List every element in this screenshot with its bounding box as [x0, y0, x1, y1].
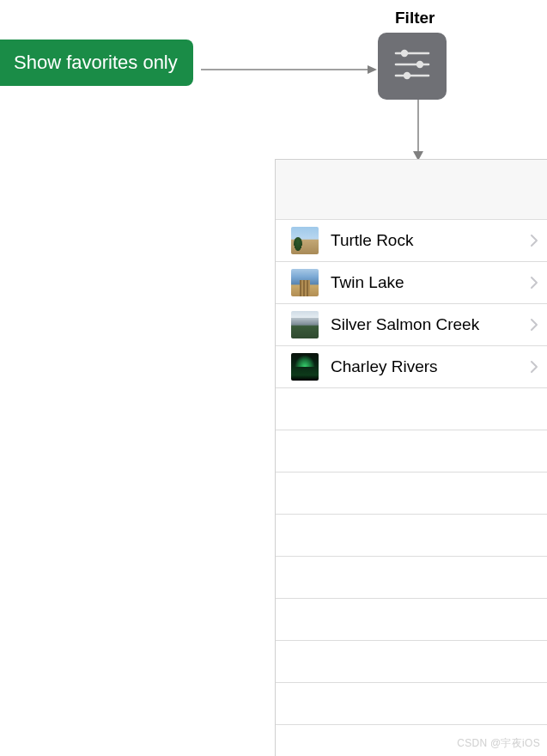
chevron-right-icon: [530, 276, 538, 290]
list-item-empty: [276, 683, 547, 725]
sliders-icon: [392, 45, 432, 88]
chevron-right-icon: [530, 360, 538, 374]
arrow-callout-to-filter: [201, 64, 378, 66]
thumbnail: [291, 353, 319, 381]
list-item-empty: [276, 430, 547, 472]
svg-point-7: [404, 72, 410, 79]
list-item-empty: [276, 388, 547, 430]
callout-show-favorites: Show favorites only: [0, 40, 193, 86]
list-item-empty: [276, 641, 547, 683]
list-item-empty: [276, 599, 547, 641]
list-item[interactable]: Twin Lake: [276, 262, 547, 304]
navigation-bar: [276, 160, 547, 220]
list-item[interactable]: Charley Rivers: [276, 346, 547, 388]
arrow-filter-to-list: [410, 100, 427, 162]
chevron-right-icon: [530, 234, 538, 247]
chevron-right-icon: [530, 318, 538, 332]
list-item-title: Silver Salmon Creek: [331, 315, 530, 334]
filter-heading: Filter: [395, 9, 435, 27]
list-item[interactable]: Turtle Rock: [276, 220, 547, 262]
list-item[interactable]: Silver Salmon Creek: [276, 304, 547, 346]
filter-button[interactable]: [378, 33, 447, 100]
thumbnail: [291, 269, 319, 296]
svg-marker-1: [368, 65, 377, 74]
list-item-title: Twin Lake: [331, 273, 530, 292]
landmarks-list[interactable]: Turtle RockTwin LakeSilver Salmon CreekC…: [276, 220, 547, 756]
list-item-title: Charley Rivers: [331, 357, 530, 376]
list-item-empty: [276, 515, 547, 557]
svg-point-5: [401, 50, 408, 57]
list-item-title: Turtle Rock: [331, 231, 530, 250]
list-item-empty: [276, 472, 547, 515]
phone-frame: Turtle RockTwin LakeSilver Salmon CreekC…: [275, 159, 547, 756]
list-item-empty: [276, 557, 547, 599]
svg-point-6: [416, 61, 423, 68]
thumbnail: [291, 227, 319, 254]
thumbnail: [291, 311, 319, 338]
